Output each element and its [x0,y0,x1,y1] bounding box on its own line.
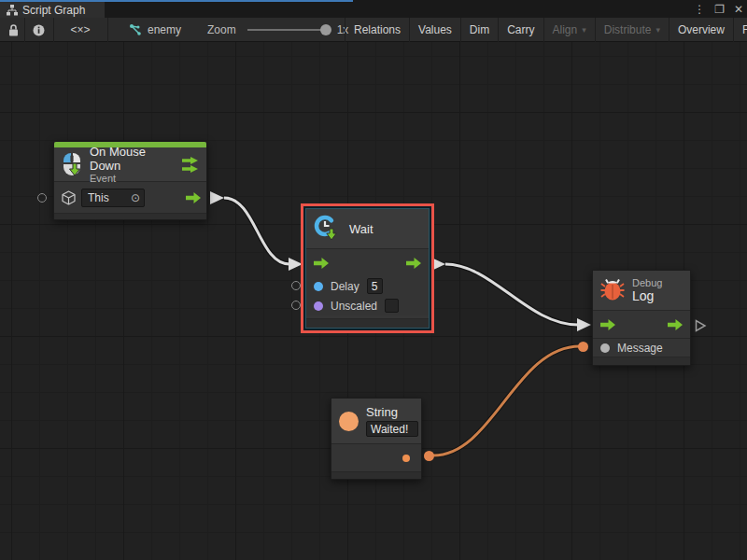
flow-in-port[interactable] [600,319,615,330]
connected-string-out-port[interactable] [424,451,434,461]
string-value-field[interactable]: Waited! [366,421,418,437]
window-controls: ⋮ ❐ ✕ [694,1,743,18]
target-value: This [88,191,131,204]
trigger-out-port[interactable] [182,157,199,173]
gameobject-cube-icon [62,190,76,205]
distribute-button: Distribute▾ [595,18,669,42]
connected-message-port[interactable] [578,342,588,352]
carry-button[interactable]: Carry [498,18,543,42]
close-icon[interactable]: ✕ [734,3,743,16]
selection-outline: Wait Delay 5 Unscaled [301,203,434,333]
flow-in-port[interactable] [314,258,329,269]
node-title: On Mouse Down [90,145,175,173]
unscaled-label: Unscaled [331,300,377,313]
unconnected-flow-out-port[interactable] [695,319,707,332]
mouse-icon [62,152,82,176]
delay-value-field[interactable]: 5 [367,278,383,294]
graph-canvas[interactable]: On Mouse Down Event This ⊙ [0,42,747,560]
node-kicker: Debug [632,277,683,288]
chevron-down-icon: ▾ [582,25,586,35]
node-wait[interactable]: Wait Delay 5 Unscaled [305,208,430,329]
bug-icon [600,278,625,302]
node-title: String [366,405,418,419]
zoom-slider[interactable] [247,29,330,31]
delay-row: Delay 5 [306,276,429,296]
unconnected-target-port[interactable] [37,193,47,203]
wire-wait-to-log [445,264,578,325]
message-row: Message [593,338,690,357]
code-view-icon[interactable]: <×> [54,18,106,42]
values-button[interactable]: Values [409,18,460,42]
overview-button[interactable]: Overview [669,18,733,42]
relations-button[interactable]: Relations [345,18,409,42]
wire-trigger-to-wait [224,198,289,264]
target-field[interactable]: This ⊙ [81,189,145,207]
tab-script-graph[interactable]: Script Graph [0,2,105,18]
wire-arrowhead [577,318,591,331]
wire-string-to-message [433,346,580,455]
wire-source-cap [210,191,224,204]
unconnected-unscaled-port[interactable] [291,301,301,310]
maximize-icon[interactable]: ❐ [714,3,725,16]
chevron-down-icon: ▾ [655,25,660,35]
fullscreen-button[interactable]: Full Screen [733,18,747,42]
zoom-slider-knob[interactable] [320,24,331,35]
delay-label: Delay [331,280,359,293]
flow-out-port[interactable] [186,192,201,203]
hierarchy-icon [7,5,18,16]
tab-title: Script Graph [22,4,85,17]
node-title: Wait [349,222,374,236]
node-debug-log[interactable]: Debug Log Message [592,270,691,366]
graph-icon [129,24,142,36]
message-port[interactable] [600,343,610,353]
unconnected-delay-port[interactable] [291,281,301,290]
wait-clock-icon [314,215,340,243]
graph-toolbar: <×> enemy Zoom 1x Relations Values Dim C… [0,18,747,42]
unscaled-checkbox[interactable] [385,299,399,313]
script-graph-window: Script Graph ⋮ ❐ ✕ <×> [0,0,747,560]
unscaled-row: Unscaled [306,296,429,315]
menu-icon[interactable]: ⋮ [694,3,705,16]
dim-button[interactable]: Dim [460,18,498,42]
node-on-mouse-down[interactable]: On Mouse Down Event This ⊙ [53,141,207,220]
toolbar-buttons: Relations Values Dim Carry Align▾ Distri… [345,18,747,42]
node-subtitle: Event [90,173,175,184]
align-button: Align▾ [543,18,595,42]
unscaled-port[interactable] [314,301,323,311]
flow-out-port[interactable] [668,319,683,330]
message-label: Message [617,342,663,355]
lock-icon[interactable] [4,18,22,42]
node-string[interactable]: String Waited! [331,398,422,480]
tab-bar: Script Graph ⋮ ❐ ✕ [0,0,747,18]
node-title: Log [632,288,683,303]
string-type-icon [339,412,359,431]
graph-name-label: enemy [148,23,181,36]
object-picker-icon[interactable]: ⊙ [131,191,140,204]
graph-name-group[interactable]: enemy [129,18,181,42]
zoom-control: Zoom 1x [207,18,348,42]
flow-out-port[interactable] [406,258,421,269]
string-out-port[interactable] [402,455,410,462]
zoom-label: Zoom [207,23,236,36]
delay-port[interactable] [314,282,323,291]
info-icon[interactable] [25,18,51,42]
